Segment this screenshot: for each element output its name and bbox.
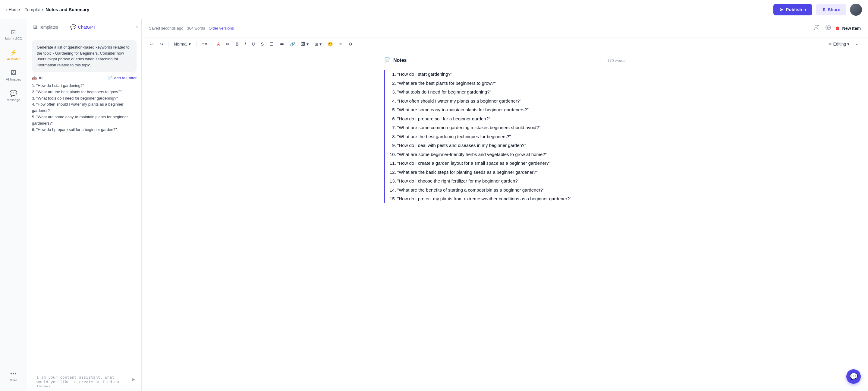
send-button[interactable]: ➤: [130, 375, 136, 384]
share-editor-button[interactable]: [824, 23, 833, 33]
numbered-list-button[interactable]: ≔: [277, 40, 286, 48]
toolbar-separator-1: [168, 41, 168, 47]
list-item: "How do I create a garden layout for a s…: [397, 159, 625, 168]
new-item-label: New Item: [842, 26, 861, 31]
editor-toolbar: ↩ ↪ Normal ▾ ≡ ▾ A ✏ B I U S ☰ ≔ 🔗 🖼 ▾ ⊞…: [142, 37, 868, 51]
sidebar-item-message[interactable]: 💬 Message: [1, 87, 26, 105]
collapse-panel-button[interactable]: ›: [133, 22, 141, 32]
add-collaborator-button[interactable]: [812, 23, 821, 33]
notes-title-text: Notes: [393, 58, 407, 63]
list-item: "What are some beginner-friendly herbs a…: [397, 150, 625, 159]
style-label: Normal: [174, 41, 187, 47]
italic-button[interactable]: I: [242, 40, 248, 48]
ai-label: 🤖 AI: [32, 76, 42, 80]
sidebar-item-more[interactable]: ••• More: [1, 367, 26, 385]
older-versions-link[interactable]: Older versions: [209, 26, 234, 30]
underline-button[interactable]: U: [250, 40, 257, 48]
editing-chevron-icon: ▾: [847, 41, 849, 47]
list-item: "What are the benefits of starting a com…: [397, 186, 625, 195]
list-item: "What are the best plants for beginners …: [397, 79, 625, 88]
more-icon: •••: [10, 370, 17, 377]
chevron-left-icon: ‹: [6, 7, 7, 12]
list-item: "How do I start gardening?": [397, 70, 625, 79]
emoji-button[interactable]: 😊: [325, 40, 335, 48]
align-button[interactable]: ≡ ▾: [199, 40, 210, 48]
style-selector[interactable]: Normal ▾: [171, 40, 194, 48]
list-item: "What are some easy-to-maintain plants f…: [397, 105, 625, 114]
templates-icon: ⊞: [33, 24, 37, 30]
add-to-editor-button[interactable]: 📄 Add to Editor: [108, 76, 136, 80]
publish-button[interactable]: ➤ Publish ▾: [773, 4, 812, 16]
highlight-button[interactable]: ✏: [224, 40, 232, 48]
sidebar-item-label: More: [10, 378, 17, 382]
publish-icon: ➤: [779, 7, 783, 12]
notes-word-count: 170 words: [607, 58, 625, 63]
bold-button[interactable]: B: [233, 40, 241, 48]
notes-header: 📄 Notes 170 words: [384, 57, 625, 64]
svg-point-0: [815, 25, 817, 27]
style-chevron-icon: ▾: [189, 41, 191, 47]
top-bar: ‹ Home Template: Notes and Summary ➤ Pub…: [0, 0, 868, 19]
share-icon: ⬆: [822, 7, 826, 12]
tab-templates[interactable]: ⊞ Templates: [27, 19, 64, 35]
ai-content: 1. "How do I start gardening?" 2. "What …: [32, 83, 136, 133]
list-item: "What are the best gardening techniques …: [397, 132, 625, 141]
image-button[interactable]: 🖼 ▾: [299, 40, 311, 48]
list-item: "How do I deal with pests and diseases i…: [397, 141, 625, 150]
tab-label: Templates: [39, 25, 58, 30]
clear-format-button[interactable]: ✕: [336, 40, 345, 48]
sidebar-item-brief-seo[interactable]: ⊡ Brief + SEO: [1, 25, 26, 44]
tab-label: ChatGPT: [78, 25, 96, 30]
sidebar-item-ai-images[interactable]: 🖼 AI Images: [1, 66, 26, 84]
chat-input[interactable]: [32, 372, 127, 387]
avatar[interactable]: [850, 4, 862, 16]
share-button[interactable]: ⬆ Share: [816, 4, 846, 16]
undo-button[interactable]: ↩: [148, 40, 156, 48]
toolbar-separator-2: [196, 41, 196, 47]
more-options-button[interactable]: ⚙: [346, 40, 355, 48]
new-item-button[interactable]: New Item: [842, 26, 861, 31]
word-count: 364 words: [187, 26, 205, 30]
home-label: Home: [9, 7, 20, 12]
redo-button[interactable]: ↪: [157, 40, 166, 48]
editor-meta-left: Saved seconds ago 364 words Older versio…: [149, 26, 234, 30]
ai-robot-icon: 🤖: [32, 76, 37, 80]
editing-selector[interactable]: ✏ Editing ▾: [826, 40, 852, 48]
editing-label: Editing: [833, 41, 846, 47]
list-item: "What tools do I need for beginner garde…: [397, 87, 625, 96]
sidebar-item-label: AI Writer: [7, 57, 20, 61]
chat-area: Generate a list of question-based keywor…: [27, 35, 141, 368]
overflow-menu-button[interactable]: ···: [854, 40, 862, 48]
template-label: Template: Notes and Summary: [25, 7, 89, 12]
notes-title: 📄 Notes: [384, 57, 407, 64]
bullet-list-button[interactable]: ☰: [267, 40, 276, 48]
table-button[interactable]: ⊞ ▾: [312, 40, 324, 48]
brief-seo-icon: ⊡: [11, 28, 16, 36]
strikethrough-button[interactable]: S: [258, 40, 266, 48]
add-to-editor-icon: 📄: [108, 76, 113, 80]
list-item: "How do I choose the right fertilizer fo…: [397, 176, 625, 186]
ai-response: 🤖 AI 📄 Add to Editor 1. "How do I start …: [32, 76, 136, 133]
list-item: "How often should I water my plants as a…: [397, 96, 625, 106]
list-item: "What are some common gardening mistakes…: [397, 123, 625, 132]
editor-content[interactable]: 📄 Notes 170 words "How do I start garden…: [142, 51, 868, 391]
add-to-editor-label: Add to Editor: [114, 76, 136, 80]
panel: ⊞ Templates 💬 ChatGPT › Generate a list …: [27, 19, 142, 391]
home-link[interactable]: ‹ Home: [6, 7, 20, 12]
chat-input-area: ➤: [27, 368, 141, 391]
top-bar-right: ➤ Publish ▾ ⬆ Share: [773, 4, 862, 16]
sidebar-item-label: AI Images: [6, 78, 21, 81]
new-item-status-dot: [836, 27, 839, 30]
message-icon: 💬: [10, 90, 17, 97]
text-color-button[interactable]: A: [215, 40, 222, 48]
editor-meta-right: New Item: [812, 23, 861, 33]
list-item: "What are the basic steps for planting s…: [397, 168, 625, 177]
notes-icon: 📄: [384, 57, 391, 64]
saved-status: Saved seconds ago: [149, 26, 183, 30]
tab-chatgpt[interactable]: 💬 ChatGPT: [64, 19, 101, 35]
share-label: Share: [828, 7, 840, 12]
link-button[interactable]: 🔗: [287, 40, 298, 48]
editor-content-inner: 📄 Notes 170 words "How do I start garden…: [384, 57, 625, 203]
sidebar-item-ai-writer[interactable]: ⚡ AI Writer: [1, 46, 26, 64]
support-chat-button[interactable]: 💬: [846, 369, 861, 384]
